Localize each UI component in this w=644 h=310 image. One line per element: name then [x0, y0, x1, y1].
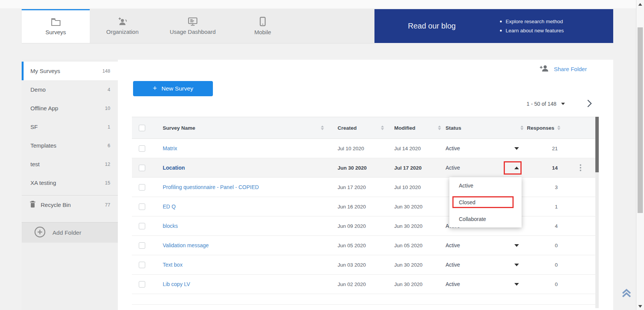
responses-count: 3 — [527, 184, 558, 190]
survey-name-link[interactable]: Validation message — [163, 242, 209, 248]
tab-surveys[interactable]: Surveys — [22, 9, 90, 43]
kebab-menu-icon[interactable] — [580, 164, 581, 172]
responses-count: 0 — [527, 262, 558, 268]
row-checkbox[interactable] — [139, 203, 145, 210]
status-dropdown-toggle[interactable] — [512, 241, 521, 250]
dropdown-item-collaborate[interactable]: Collaborate — [449, 211, 522, 227]
table-row: blocks Jun 09 2020 Jun 30 2020 Active 4 — [132, 216, 595, 236]
modified-date: Jul 10 2020 — [388, 184, 445, 190]
tab-label: Mobile — [254, 29, 271, 35]
recycle-bin-label: Recycle Bin — [41, 202, 100, 208]
row-checkbox-cell — [132, 165, 155, 171]
browser-scrollbar[interactable] — [636, 0, 644, 310]
table-scrollbar-thumb[interactable] — [595, 117, 599, 172]
status-cell: Active — [445, 262, 527, 268]
survey-name-link[interactable]: Profiling questionnaire - Panel - COPIED — [163, 184, 259, 190]
dropdown-item-active[interactable]: Active — [449, 177, 522, 194]
sidebar-item-recycle-bin[interactable]: Recycle Bin 77 — [22, 196, 118, 214]
status-dropdown-toggle[interactable] — [512, 144, 521, 153]
responses-count: 0 — [527, 243, 558, 248]
sidebar-folder-item[interactable]: Offline App 10 — [22, 99, 118, 118]
row-checkbox[interactable] — [139, 165, 145, 171]
survey-name-cell: Lib copy LV — [155, 281, 331, 287]
status-label: Active — [446, 281, 460, 287]
row-checkbox-cell — [132, 262, 155, 268]
survey-name-link[interactable]: Lib copy LV — [163, 281, 190, 287]
sort-icon[interactable] — [557, 126, 560, 130]
row-checkbox[interactable] — [139, 242, 145, 249]
blog-banner[interactable]: Read our blog Explore research method Le… — [374, 9, 613, 43]
sidebar-folder-item[interactable]: My Surveys 148 — [22, 62, 118, 80]
survey-name-cell: ED Q — [155, 203, 331, 210]
browser-scrollbar-thumb[interactable] — [638, 27, 643, 213]
survey-name-link[interactable]: Location — [163, 165, 185, 171]
survey-name-link[interactable]: Text box — [163, 262, 182, 268]
table-row: Profiling questionnaire - Panel - COPIED… — [132, 178, 595, 197]
tab-usage-dashboard[interactable]: Usage Dashboard — [155, 9, 230, 43]
row-checkbox[interactable] — [139, 223, 145, 229]
pagination-label: 1 - 50 of 148 — [527, 101, 557, 107]
tab-mobile[interactable]: Mobile — [230, 9, 295, 43]
sort-icon[interactable] — [381, 126, 384, 130]
header-modified[interactable]: Modified — [388, 125, 445, 131]
status-dropdown-toggle[interactable] — [512, 260, 521, 269]
sidebar-folder-item[interactable]: XA testing 15 — [22, 173, 118, 192]
created-date: Jul 10 2020 — [331, 146, 388, 151]
sort-icon[interactable] — [438, 126, 441, 130]
select-all-checkbox[interactable] — [139, 125, 145, 131]
modified-date: Jun 30 2020 — [388, 262, 445, 268]
survey-name-cell: Validation message — [155, 242, 331, 248]
row-checkbox[interactable] — [139, 262, 145, 268]
table-row: Lib copy LV Jun 02 2020 Jun 30 2020 Acti… — [132, 275, 595, 294]
next-page-button[interactable] — [585, 99, 594, 108]
scrollbar-up-arrow-icon[interactable] — [638, 3, 642, 6]
survey-name-link[interactable]: ED Q — [163, 203, 176, 210]
survey-name-link[interactable]: blocks — [163, 223, 178, 229]
created-date: Jun 02 2020 — [331, 281, 388, 287]
pagination-selector[interactable]: 1 - 50 of 148 — [527, 101, 565, 107]
sidebar-folder-item[interactable]: Demo 4 — [22, 80, 118, 99]
folder-count: 12 — [105, 162, 110, 167]
sort-icon[interactable] — [520, 126, 523, 130]
scrollbar-down-arrow-icon[interactable] — [638, 305, 642, 308]
sidebar-folder-item[interactable]: Templates 6 — [22, 136, 118, 155]
scroll-to-top-button[interactable] — [618, 285, 635, 301]
dropdown-item-closed[interactable]: Closed — [449, 194, 522, 211]
tab-organization[interactable]: Organization — [90, 9, 155, 43]
responses-count: 14 — [527, 165, 558, 171]
modified-date: Jul 14 2020 — [388, 146, 445, 151]
sidebar-folder-item[interactable]: SF 1 — [22, 118, 118, 136]
created-date: Jun 03 2020 — [331, 262, 388, 268]
folder-label: Demo — [30, 86, 108, 93]
survey-name-link[interactable]: Matrix — [163, 145, 177, 151]
header-survey-name[interactable]: Survey Name — [155, 125, 331, 131]
created-date: Jun 09 2020 — [331, 223, 388, 229]
survey-name-cell: Location — [155, 165, 331, 171]
sidebar-folder-item[interactable]: test 12 — [22, 155, 118, 173]
row-checkbox-cell — [132, 203, 155, 210]
modified-date: Jun 05 2020 — [388, 243, 445, 248]
sort-icon[interactable] — [321, 126, 324, 130]
new-survey-button[interactable]: + New Survey — [133, 81, 213, 96]
table-scrollbar-track[interactable] — [595, 117, 599, 308]
row-checkbox[interactable] — [139, 184, 145, 191]
table-row: Matrix Jul 10 2020 Jul 14 2020 Active 21 — [132, 139, 595, 158]
share-folder-button[interactable]: Share Folder — [539, 64, 587, 74]
created-date: Jun 30 2020 — [331, 165, 388, 171]
table-row: ED Q Jun 16 2020 Jun 30 2020 1 — [132, 197, 595, 216]
caret-icon — [514, 264, 519, 266]
row-checkbox[interactable] — [139, 281, 145, 288]
status-cell: Active — [445, 281, 527, 287]
add-folder-button[interactable]: Add Folder — [22, 222, 118, 243]
row-checkbox[interactable] — [139, 145, 145, 152]
folder-label: Templates — [30, 142, 108, 149]
trash-icon — [30, 200, 36, 209]
status-dropdown-toggle[interactable] — [512, 163, 521, 172]
header-responses[interactable]: Responses — [527, 125, 595, 131]
header-status[interactable]: Status — [445, 125, 527, 131]
row-checkbox-cell — [132, 145, 155, 152]
header-created[interactable]: Created — [331, 125, 388, 131]
status-dropdown-toggle[interactable] — [512, 280, 521, 289]
banner-bullet: Explore research method — [500, 19, 564, 24]
responses-count: 0 — [527, 281, 558, 287]
